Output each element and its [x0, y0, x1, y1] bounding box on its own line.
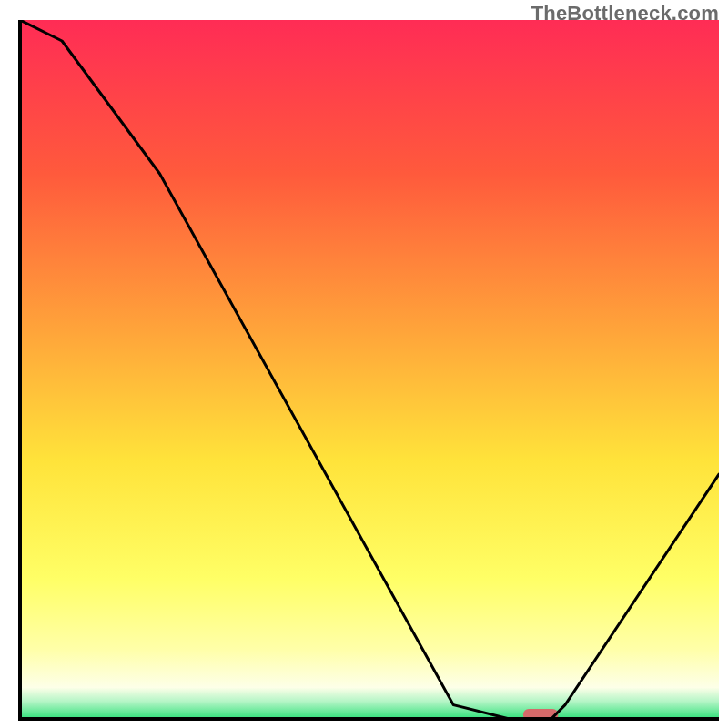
watermark-text: TheBottleneck.com: [531, 2, 719, 25]
chart-container: TheBottleneck.com: [0, 0, 728, 728]
bottleneck-chart: [0, 0, 728, 728]
